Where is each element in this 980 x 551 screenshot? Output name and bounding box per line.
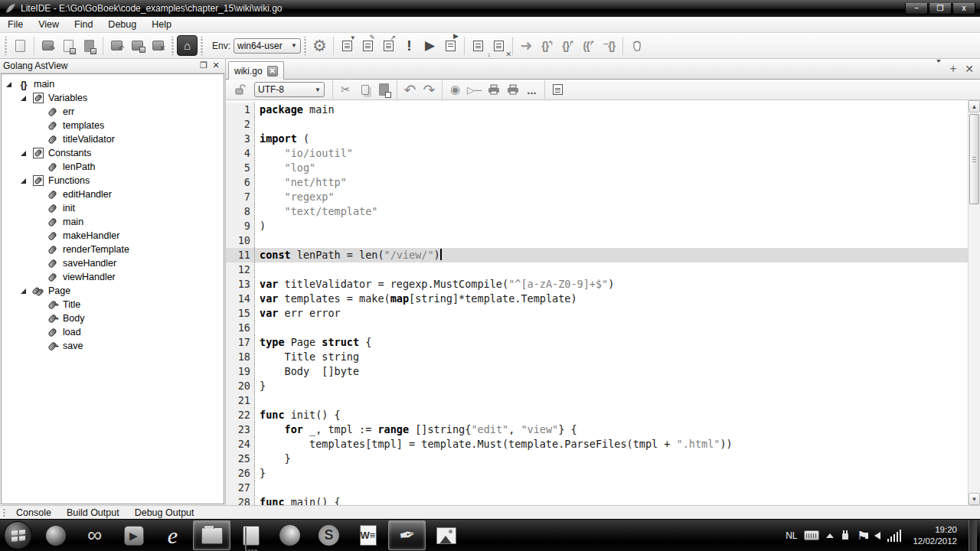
- hand-pan-button[interactable]: [626, 35, 647, 56]
- save-project-button[interactable]: [127, 35, 148, 56]
- tree-item-save[interactable]: +save: [2, 339, 224, 353]
- open-project-button[interactable]: ↶: [106, 35, 127, 56]
- liteide-taskbar-icon[interactable]: ✒: [388, 520, 426, 550]
- run-button[interactable]: ▶: [420, 35, 440, 56]
- tree-item-lenPath[interactable]: lenPath: [2, 160, 224, 174]
- insert-line-after-button[interactable]: ↓: [468, 35, 488, 56]
- internet-explorer-icon[interactable]: e: [154, 520, 191, 550]
- menu-item-debug[interactable]: Debug: [100, 17, 144, 32]
- media-player-icon[interactable]: ▶: [115, 520, 152, 550]
- code-line-16[interactable]: 16: [226, 321, 968, 335]
- tree-item-Page[interactable]: Page: [2, 284, 224, 298]
- menu-item-find[interactable]: Find: [67, 17, 100, 32]
- stop-button[interactable]: !: [399, 35, 420, 56]
- power-plug-icon[interactable]: [841, 530, 850, 541]
- float-panel-icon[interactable]: ❐: [198, 60, 210, 71]
- network-globe-icon[interactable]: [37, 520, 74, 550]
- menu-item-help[interactable]: Help: [144, 17, 179, 32]
- visual-studio-icon[interactable]: ∞: [76, 520, 113, 550]
- restore-button[interactable]: ❐: [929, 3, 952, 15]
- tree-item-Variables[interactable]: Variables: [2, 91, 224, 105]
- expander-icon[interactable]: [21, 151, 26, 156]
- file-info-icon[interactable]: [548, 80, 567, 99]
- scroll-up-icon[interactable]: ▲: [969, 100, 980, 112]
- close-button[interactable]: x: [952, 3, 975, 15]
- home-button[interactable]: ⌂: [177, 35, 198, 56]
- code-line-25[interactable]: 25 }: [226, 452, 968, 466]
- scrollbar-thumb[interactable]: [969, 114, 979, 204]
- code-line-4[interactable]: 4 "io/ioutil": [226, 146, 968, 161]
- code-line-10[interactable]: 10: [226, 233, 968, 248]
- code-line-14[interactable]: 14var templates = make(map[string]*templ…: [226, 292, 968, 306]
- code-line-12[interactable]: 12: [226, 262, 968, 277]
- expander-icon[interactable]: [21, 178, 26, 184]
- tree-item-err[interactable]: err: [2, 105, 224, 119]
- keyboard-icon[interactable]: [804, 530, 819, 540]
- tree-item-Functions[interactable]: Functions: [2, 174, 224, 187]
- fold-block-button[interactable]: {}↰: [537, 35, 557, 56]
- calculator-icon[interactable]: [232, 520, 270, 550]
- unfold-block-button[interactable]: {}↱: [557, 35, 578, 56]
- expander-icon[interactable]: [21, 289, 26, 294]
- scroll-down-icon[interactable]: ▼: [969, 493, 980, 505]
- encoding-select[interactable]: UTF-8 ▼: [254, 82, 325, 97]
- output-tab-build-output[interactable]: Build Output: [59, 507, 127, 518]
- debug-run-button[interactable]: ▶: [440, 35, 461, 56]
- delete-line-button[interactable]: ✕: [488, 35, 509, 56]
- options-gear-button[interactable]: ⚙: [309, 35, 330, 56]
- taskbar-clock[interactable]: 19:20 12/02/2012: [908, 524, 962, 546]
- code-line-27[interactable]: 27: [226, 481, 968, 495]
- tree-item-Constants[interactable]: Constants: [2, 146, 224, 160]
- tree-item-editHandler[interactable]: editHandler: [2, 187, 224, 201]
- tree-item-Body[interactable]: +Body: [2, 311, 224, 325]
- more-options-icon[interactable]: ...: [522, 80, 541, 99]
- build-button[interactable]: ▾: [337, 35, 358, 56]
- code-line-9[interactable]: 9): [226, 219, 968, 233]
- code-line-21[interactable]: 21: [226, 393, 968, 408]
- output-tab-console[interactable]: Console: [8, 507, 59, 518]
- menu-item-file[interactable]: File: [0, 17, 31, 32]
- close-project-button[interactable]: ✕: [148, 35, 168, 56]
- tree-item-makeHandler[interactable]: makeHandler: [2, 229, 224, 243]
- show-desktop-button[interactable]: [969, 520, 977, 551]
- tab-wiki-go[interactable]: wiki.go ✕: [228, 61, 284, 80]
- editor-vertical-scrollbar[interactable]: ▲ ▼: [968, 100, 980, 505]
- tree-item-viewHandler[interactable]: viewHandler: [2, 270, 224, 284]
- build-config-button[interactable]: ↗: [378, 35, 399, 56]
- code-line-5[interactable]: 5 "log": [226, 161, 968, 175]
- tree-item-main[interactable]: main: [2, 215, 224, 229]
- network-signal-icon[interactable]: [887, 530, 902, 542]
- code-line-28[interactable]: 28func main() {: [226, 495, 968, 505]
- playback-macro-icon[interactable]: ▷─: [465, 80, 484, 99]
- code-line-11[interactable]: 11const lenPath = len("/view/"): [226, 248, 968, 262]
- code-line-6[interactable]: 6 "net/http": [226, 175, 968, 190]
- unfold-all-button[interactable]: ⁻{}: [599, 35, 619, 56]
- tree-item-saveHandler[interactable]: saveHandler: [2, 256, 224, 270]
- code-line-18[interactable]: 18 Title string: [226, 350, 968, 364]
- code-line-20[interactable]: 20}: [226, 379, 968, 393]
- file-explorer-icon[interactable]: [193, 520, 230, 550]
- goto-arrow-button[interactable]: ➜: [516, 35, 537, 56]
- save-file-button[interactable]: [58, 35, 79, 56]
- code-line-7[interactable]: 7 "regexp": [226, 190, 968, 204]
- code-editor[interactable]: 1package main23import (4 "io/ioutil"5 "l…: [226, 100, 968, 505]
- redo-icon[interactable]: ↷: [420, 80, 439, 99]
- expander-icon[interactable]: [21, 96, 26, 101]
- code-line-13[interactable]: 13var titleValidator = regexp.MustCompil…: [226, 277, 968, 292]
- language-indicator[interactable]: NL: [786, 530, 797, 541]
- paste-icon[interactable]: [374, 80, 394, 99]
- code-line-15[interactable]: 15var err error: [226, 306, 968, 321]
- code-line-26[interactable]: 26}: [226, 466, 968, 481]
- fold-all-button[interactable]: ({↱: [578, 35, 599, 56]
- tab-close-icon[interactable]: ✕: [267, 66, 278, 77]
- code-line-23[interactable]: 23 for _, tmpl := range []string{"edit",…: [226, 422, 968, 437]
- code-line-19[interactable]: 19 Body []byte: [226, 364, 968, 379]
- lock-icon[interactable]: [230, 80, 250, 99]
- code-line-8[interactable]: 8 "text/template": [226, 204, 968, 219]
- output-tab-debug-output[interactable]: Debug Output: [127, 507, 202, 518]
- new-tab-plus-icon[interactable]: ＋: [947, 61, 959, 76]
- scrollbar-track[interactable]: [969, 112, 980, 493]
- print-icon[interactable]: [484, 80, 503, 99]
- new-file-button[interactable]: [10, 35, 31, 56]
- code-line-24[interactable]: 24 templates[tmpl] = template.Must(templ…: [226, 437, 968, 452]
